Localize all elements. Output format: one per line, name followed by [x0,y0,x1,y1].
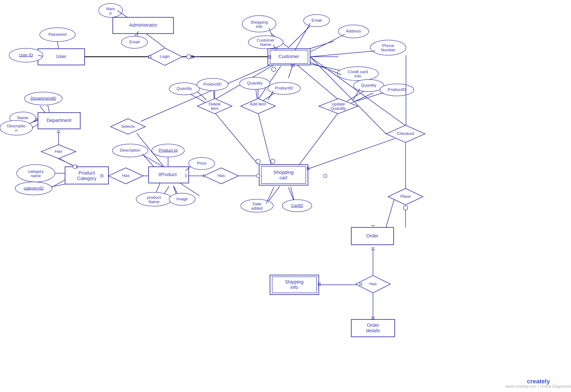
svg-point-91 [271,159,275,164]
attr-prodname-label2: Name [149,199,160,204]
svg-line-64 [52,180,65,187]
attr-proddesc-label: Description [120,148,140,153]
entity-orderdetails-label1: Order [367,322,379,328]
attr-shoppinginfo-label2: info [256,24,263,29]
svg-line-14 [299,113,338,165]
svg-point-116 [324,174,327,178]
brand-label: creately [527,378,550,385]
attr-addprodid-label: ProductID [275,86,293,90]
attr-creditcard-label1: Credit card [348,70,368,74]
attr-customername-label2: Name [260,42,271,47]
svg-line-12 [215,113,258,165]
svg-line-68 [156,183,160,192]
svg-point-89 [271,67,276,71]
svg-point-90 [256,159,260,164]
svg-point-88 [256,174,260,178]
attr-cartid-label: CartID [291,203,303,208]
attr-price-label: Price [197,161,206,166]
svg-point-112 [73,165,77,169]
rel-selects-label: Selects [121,124,135,129]
svg-line-57 [310,34,345,52]
attr-deptid-label: DepartmentID [30,96,56,100]
attr-deptname-label: Name [17,115,29,120]
entity-department-label: Department [47,118,72,123]
attr-deptdesc-label2: n [15,128,17,133]
attr-image-label: Image [177,197,188,201]
entity-shippinginfo-label2: info [290,285,298,290]
attr-customeremail-label: Email [311,18,322,23]
svg-line-58 [310,51,375,57]
attr-deptdesc-label1: Descriptio [7,124,25,128]
attr-admin-email-label: Email [129,40,140,44]
attr-creditcard-label2: Info [354,74,361,78]
attr-updprodid-label: ProductID [388,87,406,92]
rel-place-label: Place [400,194,411,199]
rel-has-prod-label: Has [218,173,225,178]
svg-line-8 [288,65,293,78]
svg-line-51 [58,42,59,49]
attr-admin-name-label1: Nam [106,6,115,11]
attr-address-label: Address [346,29,361,33]
attr-dateadded-label1: Date [253,202,261,206]
entity-shoppingcart-label2: cart [280,175,287,181]
attr-prodname-label1: product [147,195,161,200]
svg-point-80 [186,55,191,59]
entity-administrator-label: Administrator [129,22,157,28]
attr-prodid-label: Product Id [159,148,178,153]
entity-productcategory-label: Product [78,170,95,176]
entity-productcategory-label2: Category [77,176,96,181]
attr-delqty-label: Quantity [177,86,192,91]
attr-catid-label: categoryID [24,186,44,190]
rel-has-dept-label: Has [55,149,62,154]
attr-password-label: Password [48,32,66,37]
rel-checkout-label: Checkout [397,131,414,136]
entity-customer-label: Customer [278,54,299,59]
attr-updqty-label: Quantity [361,83,376,87]
svg-line-77 [356,93,383,101]
attr-phone-label1: Phone [382,43,394,48]
entity-orderdetails-label2: details [366,328,380,333]
attr-phone-label2: Number [381,48,396,52]
attr-admin-name-label2: e [109,11,112,15]
diagram-container: User Administrator Customer Department P… [0,0,571,392]
rel-deleteitem-label2: item [211,106,219,111]
svg-line-32 [386,197,395,227]
svg-line-71 [291,187,294,200]
entity-order-label: Order [366,233,378,238]
svg-line-56 [295,23,310,50]
attr-catname-label1: category [28,169,44,174]
rel-login-label: Login [160,54,170,59]
svg-line-75 [268,91,273,100]
attr-catname-label2: name [30,173,41,178]
attr-dateadded-label2: added [251,206,263,210]
rel-hasorder-label: Has [369,281,377,286]
svg-line-29 [308,139,395,169]
attr-customername-label1: Customer [257,38,275,42]
attr-addqty-label: Quantity [247,81,263,85]
attr-shoppinginfo-label1: Shopping [251,20,268,25]
svg-point-108 [403,206,408,210]
rel-has-cat-label: Has [122,173,129,178]
svg-line-60 [48,105,49,113]
svg-line-15 [189,93,206,103]
entity-shippinginfo-label1: Shipping [285,279,304,285]
svg-line-74 [256,89,257,98]
svg-line-73 [214,91,214,98]
svg-line-62 [32,125,38,128]
watermark-label: www.creately.com • Online Diagramming [505,384,571,389]
entity-user-label: User [56,54,66,59]
rel-updateqty-label1: Update [331,102,345,106]
entity-product-label: Product [160,172,177,177]
svg-line-13 [258,113,271,165]
rel-additem-label1: Add item [250,102,266,106]
entity-shoppingcart-label1: Shopping [273,169,294,175]
rel-updateqty-label2: Quantity [331,106,346,111]
attr-userid-label: User ID [19,53,33,57]
svg-line-11 [297,65,338,100]
attr-delprodid-label: ProductID [203,82,222,86]
rel-deleteitem-label1: Delete [209,102,221,106]
